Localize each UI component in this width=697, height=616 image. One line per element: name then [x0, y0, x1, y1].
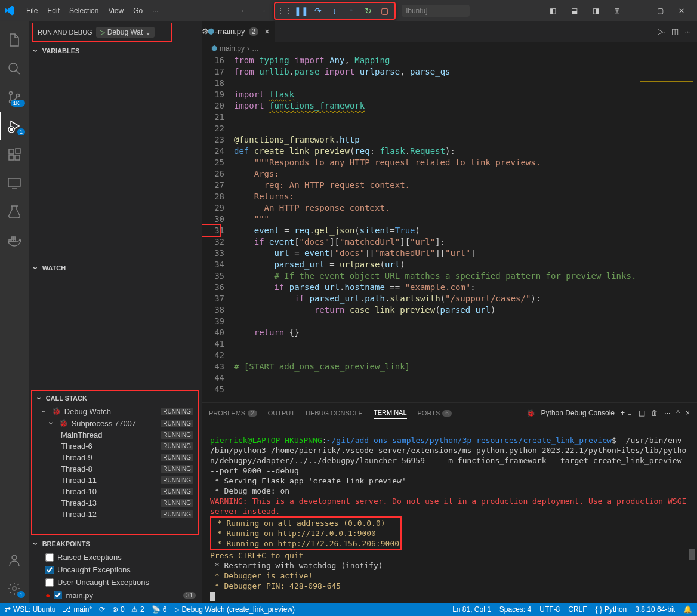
docker-icon[interactable]	[0, 226, 29, 255]
minimize-icon[interactable]: —	[628, 2, 649, 20]
layout-right-icon[interactable]: ◨	[585, 2, 606, 20]
breakpoints-header[interactable]: BREAKPOINTS	[29, 537, 202, 551]
activity-bar: 1K+ 1 1	[0, 21, 29, 603]
callstack-root[interactable]: 🐞Debug Watch RUNNING	[32, 405, 198, 417]
callstack-subprocess[interactable]: 🐞Subprocess 77007 RUNNING	[32, 417, 198, 429]
remote-indicator[interactable]: ⇄WSL: Ubuntu	[5, 605, 55, 614]
split-editor-icon[interactable]: ◫	[671, 27, 679, 36]
minimap[interactable]	[640, 55, 697, 402]
indentation[interactable]: Spaces: 4	[499, 605, 531, 614]
variables-header[interactable]: VARIABLES	[29, 44, 202, 58]
callstack-header[interactable]: CALL STACK	[32, 391, 198, 405]
kill-terminal-icon[interactable]: 🗑	[651, 409, 658, 417]
callstack-thread[interactable]: Thread-11RUNNING	[32, 475, 198, 486]
tab-ports[interactable]: PORTS6	[418, 407, 452, 419]
remote-explorer-icon[interactable]	[0, 169, 29, 198]
watch-header[interactable]: WATCH	[29, 261, 202, 275]
callstack-thread[interactable]: MainThreadRUNNING	[32, 429, 198, 441]
editor-tabs: ⬢ main.py 2 × ▷· ◫ ···	[202, 21, 697, 42]
command-center[interactable]: lbuntu]	[402, 5, 470, 17]
menu-go[interactable]: Go	[128, 4, 147, 17]
drag-handle-icon[interactable]: ⋮⋮	[276, 4, 293, 17]
callstack-thread[interactable]: Thread-13RUNNING	[32, 497, 198, 509]
search-icon[interactable]	[0, 54, 29, 83]
tab-more-icon[interactable]: ···	[684, 27, 691, 36]
layout-bottom-icon[interactable]: ⬓	[563, 2, 585, 20]
bp-uncaught[interactable]: Uncaught Exceptions	[29, 563, 202, 576]
tab-output[interactable]: OUTPUT	[268, 407, 295, 419]
git-branch[interactable]: ⎇main*	[63, 605, 92, 614]
maximize-icon[interactable]: ▢	[649, 2, 671, 20]
breadcrumb[interactable]: ⬢ main.py › …	[202, 42, 697, 55]
bp-user-uncaught[interactable]: User Uncaught Exceptions	[29, 576, 202, 589]
tab-debug-console[interactable]: DEBUG CONSOLE	[306, 407, 363, 419]
run-debug-icon[interactable]: 1	[0, 112, 29, 140]
svg-rect-13	[11, 237, 13, 239]
callstack-thread[interactable]: Thread-6RUNNING	[32, 441, 198, 452]
settings-gear-icon[interactable]: 1	[0, 574, 29, 603]
svg-point-0	[9, 63, 17, 72]
chevron-down-icon: ⌄	[145, 28, 151, 36]
close-window-icon[interactable]: ✕	[671, 2, 692, 20]
explorer-icon[interactable]	[0, 26, 29, 54]
split-terminal-icon[interactable]: ◫	[639, 409, 645, 417]
callstack-thread[interactable]: Thread-10RUNNING	[32, 486, 198, 497]
maximize-panel-icon[interactable]: ^	[676, 409, 680, 417]
step-into-icon[interactable]: ↓	[326, 4, 343, 17]
callstack-thread[interactable]: Thread-12RUNNING	[32, 509, 198, 520]
code-editor[interactable]: from typing import Any, Mappingfrom urll…	[234, 55, 640, 402]
problems-status[interactable]: ⊗0 ⚠2	[112, 605, 144, 614]
menu-selection[interactable]: Selection	[64, 4, 103, 17]
gutter[interactable]: 1617181920212223242526272829303132333435…	[202, 55, 234, 402]
tab-main-py[interactable]: ⬢ main.py 2 ×	[202, 21, 276, 42]
close-tab-icon[interactable]: ×	[262, 27, 269, 36]
start-debug-icon[interactable]: ▷	[100, 28, 105, 36]
source-control-icon[interactable]: 1K+	[0, 83, 29, 112]
notifications-icon[interactable]: 🔔	[683, 605, 692, 614]
callstack-thread[interactable]: Thread-8RUNNING	[32, 463, 198, 475]
new-terminal-icon[interactable]: + ⌄	[621, 409, 633, 417]
terminal-more-icon[interactable]: ···	[664, 409, 670, 417]
menu-view[interactable]: View	[103, 4, 128, 17]
step-over-icon[interactable]: ↷	[310, 4, 326, 17]
bp-raised[interactable]: Raised Exceptions	[29, 551, 202, 563]
eol[interactable]: CRLF	[568, 605, 587, 614]
menu-edit[interactable]: Edit	[42, 4, 64, 17]
extensions-icon[interactable]	[0, 140, 29, 169]
stop-icon[interactable]: ▢	[377, 4, 393, 17]
encoding[interactable]: UTF-8	[539, 605, 560, 614]
terminal[interactable]: pierrick@LAPTOP-HKU5PNNG:~/git/add-ons-s…	[202, 423, 697, 603]
menu-file[interactable]: File	[21, 4, 42, 17]
callstack-thread[interactable]: Thread-9RUNNING	[32, 452, 198, 463]
scrollbar-thumb[interactable]	[689, 549, 695, 560]
debug-config-select[interactable]: ▷ Debug Wat ⌄	[96, 27, 155, 38]
nav-back-icon[interactable]: ←	[236, 4, 252, 17]
sidebar: RUN AND DEBUG ▷ Debug Wat ⌄ ⚙ ··· VARIAB…	[29, 21, 202, 603]
layout-custom-icon[interactable]: ⊞	[606, 2, 628, 20]
restart-icon[interactable]: ↻	[360, 4, 377, 17]
nav-fwd-icon[interactable]: →	[255, 4, 272, 17]
layout-left-icon[interactable]: ◧	[542, 2, 563, 20]
language-mode[interactable]: { }Python	[596, 605, 627, 614]
title-bar: File Edit Selection View Go ··· ← → ⋮⋮ ❚…	[0, 0, 697, 21]
tab-terminal[interactable]: TERMINAL	[374, 406, 407, 419]
bp-file[interactable]: ●main.py31	[29, 589, 202, 602]
sync-icon[interactable]: ⟳	[99, 605, 105, 614]
cursor-position[interactable]: Ln 81, Col 1	[452, 605, 491, 614]
accounts-icon[interactable]	[0, 546, 29, 574]
ports-status[interactable]: 📡6	[152, 605, 167, 614]
close-panel-icon[interactable]: ×	[686, 409, 690, 417]
svg-rect-5	[9, 149, 14, 154]
menu-more-icon[interactable]: ···	[147, 4, 163, 17]
step-out-icon[interactable]: ↑	[343, 4, 360, 17]
svg-point-15	[12, 555, 17, 560]
debug-status[interactable]: ▷Debug Watch (create_link_preview)	[174, 605, 295, 614]
svg-rect-7	[15, 155, 20, 160]
tab-problems[interactable]: PROBLEMS2	[209, 407, 257, 419]
terminal-profile[interactable]: Python Debug Console	[541, 409, 615, 417]
run-file-icon[interactable]: ▷·	[658, 27, 666, 36]
status-bar: ⇄WSL: Ubuntu ⎇main* ⟳ ⊗0 ⚠2 📡6 ▷Debug Wa…	[0, 603, 697, 616]
testing-icon[interactable]	[0, 198, 29, 226]
python-version[interactable]: 3.8.10 64-bit	[635, 605, 675, 614]
pause-icon[interactable]: ❚❚	[293, 4, 310, 17]
